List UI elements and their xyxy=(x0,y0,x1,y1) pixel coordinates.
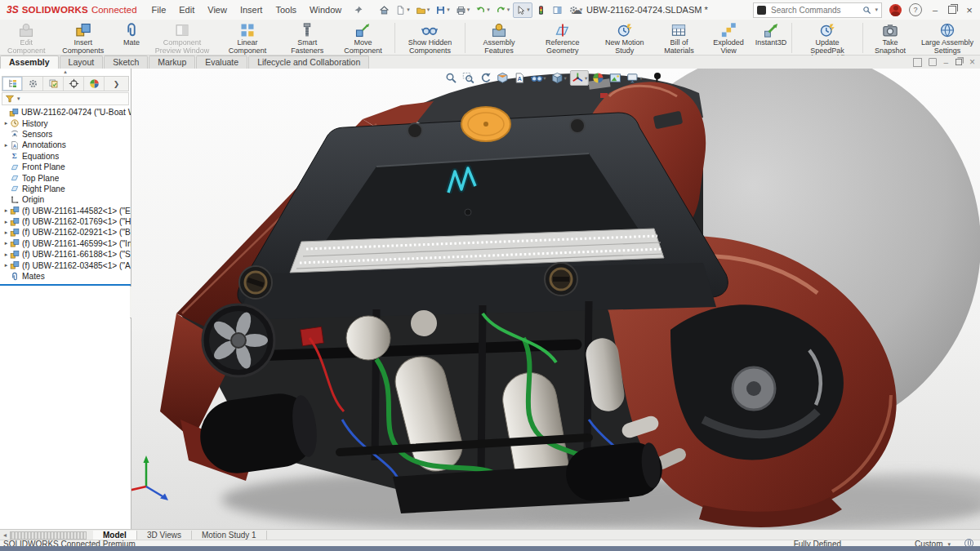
save-button[interactable]: ▾ xyxy=(433,2,452,18)
home-button[interactable] xyxy=(376,2,392,18)
tab-motion-study-1[interactable]: Motion Study 1 xyxy=(192,531,267,540)
ribbon-smart-fasteners[interactable]: Smart Fasteners xyxy=(280,21,334,56)
pane-splitter-thumb[interactable] xyxy=(10,531,87,540)
user-avatar[interactable] xyxy=(889,4,902,16)
tab-3d-views[interactable]: 3D Views xyxy=(137,531,192,540)
displaymanager-tab[interactable] xyxy=(84,77,105,91)
undo-button[interactable]: ▾ xyxy=(473,2,492,18)
panel-collapse-arrow[interactable]: ▴ xyxy=(0,69,131,75)
tree-item-front-plane[interactable]: Front Plane xyxy=(0,162,131,172)
dropdown-arrow[interactable]: ▾ xyxy=(507,7,510,13)
tab-markup[interactable]: Markup xyxy=(149,56,195,69)
tab-sketch[interactable]: Sketch xyxy=(104,56,148,69)
tree-item-origin[interactable]: Origin xyxy=(0,194,131,205)
ribbon-show-hidden-components[interactable]: Show Hidden Components xyxy=(397,21,462,56)
annotation-views-button[interactable] xyxy=(511,70,527,86)
close-button[interactable]: × xyxy=(964,4,975,16)
menu-insert[interactable]: Insert xyxy=(234,2,270,17)
tab-lifecycle-and-collaboration[interactable]: Lifecycle and Collaboration xyxy=(248,56,369,69)
pin-menu-icon[interactable] xyxy=(353,5,363,16)
3d-model-canvas[interactable] xyxy=(131,69,980,529)
configurationmanager-tab[interactable] xyxy=(43,77,64,91)
dropdown-arrow[interactable]: ▾ xyxy=(543,75,546,82)
search-commands-box[interactable]: ▾ xyxy=(753,2,882,18)
menu-window[interactable]: Window xyxy=(303,2,348,17)
help-button[interactable]: ? xyxy=(909,3,922,16)
tree-item-sensors[interactable]: Sensors xyxy=(0,129,131,140)
tree-item-equations[interactable]: Equations xyxy=(0,151,131,162)
menu-edit[interactable]: Edit xyxy=(172,2,201,17)
dropdown-arrow[interactable]: ▾ xyxy=(639,75,642,82)
dropdown-arrow[interactable]: ▾ xyxy=(585,75,587,82)
menu-file[interactable]: File xyxy=(145,2,173,17)
tree-root-assembly[interactable]: UBW-21162-04724 ("U-Boat Worx NEMO xyxy=(0,107,131,118)
tree-item-component-exostructure[interactable]: ▸(f) UBW-21161-44582<1> ("Exostruc xyxy=(0,206,131,216)
tab-assembly[interactable]: Assembly xyxy=(0,56,59,69)
ribbon-new-motion-study[interactable]: New Motion Study xyxy=(595,21,654,56)
viewport-restore-button[interactable] xyxy=(956,59,962,65)
search-input[interactable] xyxy=(769,5,859,16)
window-tile-icon[interactable] xyxy=(929,58,937,66)
viewport-minimize-button[interactable]: – xyxy=(943,58,948,67)
menu-view[interactable]: View xyxy=(201,2,234,17)
tab-scroll-left[interactable]: ◂ xyxy=(0,531,10,539)
dropdown-arrow[interactable]: ▾ xyxy=(527,7,530,13)
graphics-viewport[interactable]: ▾ ▾ ▾ ▾ xyxy=(131,69,980,529)
minimize-button[interactable]: – xyxy=(929,5,941,15)
dropdown-arrow[interactable]: ▾ xyxy=(564,75,567,82)
redo-button[interactable]: ▾ xyxy=(493,2,513,18)
open-button[interactable]: ▾ xyxy=(413,2,433,18)
tree-item-component-shape[interactable]: ▸(f) UBW-21161-66188<1> ("Shape El xyxy=(0,249,131,260)
new-document-button[interactable]: ▾ xyxy=(393,2,412,18)
dimxpertmanager-tab[interactable] xyxy=(64,77,84,91)
tree-item-history[interactable]: ▸History xyxy=(0,118,131,128)
viewport-close-button[interactable]: × xyxy=(969,56,975,68)
hide-show-items-button[interactable]: ▾ xyxy=(528,70,547,86)
ribbon-bill-of-materials[interactable]: Bill of Materials xyxy=(654,21,704,56)
featuremanager-tab[interactable] xyxy=(2,77,23,91)
panel-tabs-overflow[interactable]: ❯ xyxy=(105,80,128,88)
ribbon-instant3d[interactable]: Instant3D xyxy=(753,21,789,48)
rollback-bar[interactable] xyxy=(0,284,131,286)
tree-item-mates[interactable]: Mates xyxy=(0,271,131,282)
tree-item-top-plane[interactable]: Top Plane xyxy=(0,172,131,183)
tree-item-component-interior[interactable]: ▸(f) UBW-21161-46599<1> ("Interior" xyxy=(0,238,131,249)
dropdown-arrow[interactable]: ▾ xyxy=(467,7,470,13)
tree-item-annotations[interactable]: ▸Annotations xyxy=(0,140,131,150)
zoom-to-fit-button[interactable] xyxy=(443,70,458,86)
select-tool-button[interactable]: ▾ xyxy=(513,2,532,18)
tree-item-component-battery[interactable]: ▸(f) UBW-21162-02921<1> ("Battery S xyxy=(0,227,131,238)
tree-item-right-plane[interactable]: Right Plane xyxy=(0,184,131,194)
dropdown-arrow[interactable]: ▾ xyxy=(407,7,410,13)
tab-model[interactable]: Model xyxy=(93,531,137,540)
apply-scene-button[interactable] xyxy=(608,70,623,86)
ribbon-large-assembly-settings[interactable]: Large Assembly Settings xyxy=(915,21,980,56)
print-button[interactable]: ▾ xyxy=(453,2,473,18)
propertymanager-tab[interactable] xyxy=(23,77,43,91)
display-style-button[interactable]: ▾ xyxy=(550,70,568,86)
edit-appearance-button[interactable] xyxy=(590,70,606,86)
search-icon[interactable] xyxy=(862,6,871,15)
filter-dropdown-arrow[interactable]: ▾ xyxy=(17,96,20,102)
dropdown-arrow[interactable]: ▾ xyxy=(487,7,490,13)
tree-item-component-human[interactable]: ▸(f) UBW-21162-01769<1> ("Human I xyxy=(0,216,131,227)
dropdown-arrow[interactable]: ▾ xyxy=(447,7,450,13)
view-settings-button[interactable]: ▾ xyxy=(625,70,644,86)
previous-view-button[interactable] xyxy=(477,70,492,86)
section-view-button[interactable] xyxy=(494,70,510,86)
display-pane-button[interactable] xyxy=(550,2,565,18)
tab-layout[interactable]: Layout xyxy=(60,56,104,69)
ribbon-mate[interactable]: Mate xyxy=(114,21,149,48)
tab-evaluate[interactable]: Evaluate xyxy=(196,56,247,69)
rebuild-button[interactable] xyxy=(533,2,549,18)
window-cascade-icon[interactable] xyxy=(913,58,922,67)
search-dropdown-arrow[interactable]: ▾ xyxy=(875,7,878,13)
tree-filter[interactable]: ▾ xyxy=(2,92,129,105)
view-orientation-button[interactable]: ▾ xyxy=(570,70,589,86)
zoom-to-area-button[interactable] xyxy=(460,70,475,86)
dropdown-arrow[interactable]: ▾ xyxy=(427,7,430,13)
menu-tools[interactable]: Tools xyxy=(269,2,303,17)
restore-button[interactable] xyxy=(948,6,956,14)
tree-item-component-auto[interactable]: ▸(f) UBW-21162-03485<1> ("Auto Co xyxy=(0,260,131,270)
ribbon-take-snapshot[interactable]: Take Snapshot xyxy=(866,21,915,56)
